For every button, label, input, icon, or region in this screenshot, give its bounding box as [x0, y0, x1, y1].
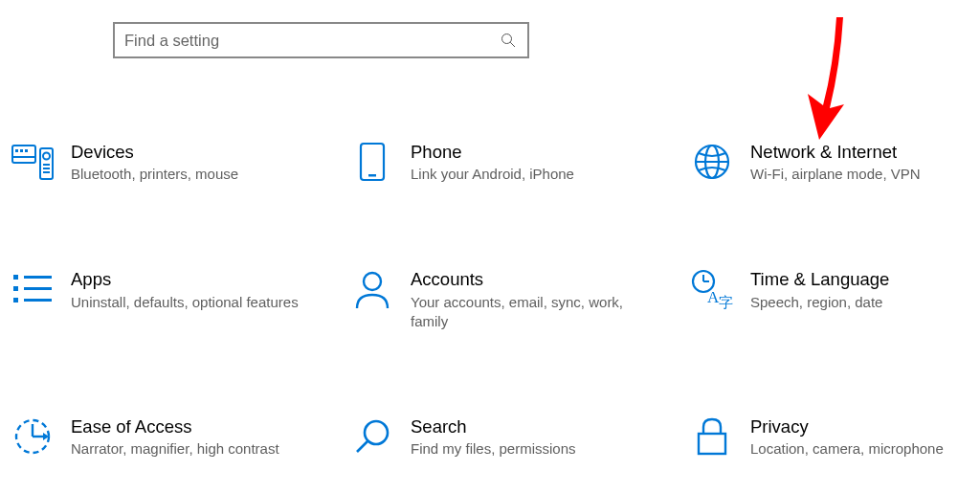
tile-desc: Your accounts, email, sync, work, family [411, 293, 640, 332]
svg-text:字: 字 [719, 295, 733, 309]
svg-rect-32 [699, 434, 725, 454]
tile-search[interactable]: Search Find my files, permissions [351, 415, 691, 459]
magnifier-icon [351, 415, 393, 458]
tile-title: Privacy [750, 416, 944, 437]
svg-rect-13 [368, 174, 376, 177]
tile-privacy[interactable]: Privacy Location, camera, microphone [691, 415, 978, 459]
svg-line-31 [357, 441, 368, 452]
tile-desc: Speech, region, date [750, 293, 889, 312]
search-icon [499, 31, 518, 50]
tile-title: Accounts [411, 269, 640, 290]
tile-desc: Link your Android, iPhone [411, 165, 574, 184]
tile-title: Phone [411, 142, 574, 163]
tile-desc: Narrator, magnifier, high contrast [71, 439, 279, 459]
tile-ease-of-access[interactable]: Ease of Access Narrator, magnifier, high… [11, 415, 351, 459]
devices-icon [11, 141, 54, 183]
phone-icon [351, 141, 393, 183]
svg-rect-4 [15, 149, 18, 152]
tile-desc: Wi-Fi, airplane mode, VPN [750, 165, 921, 184]
svg-line-1 [510, 42, 515, 47]
svg-rect-11 [43, 171, 50, 173]
svg-rect-19 [13, 298, 18, 303]
tile-title: Network & Internet [750, 142, 921, 163]
svg-point-30 [365, 421, 388, 444]
person-icon [351, 268, 393, 310]
search-input[interactable] [124, 32, 499, 50]
lock-icon [691, 415, 733, 458]
annotation-arrow-icon [791, 17, 858, 142]
ease-of-access-icon [11, 415, 54, 458]
tile-desc: Uninstall, defaults, optional features [71, 293, 299, 312]
svg-point-23 [364, 273, 381, 290]
tile-time-language[interactable]: A 字 Time & Language Speech, region, date [691, 268, 978, 331]
time-language-icon: A 字 [691, 268, 733, 310]
svg-point-8 [43, 153, 50, 160]
tile-title: Devices [71, 142, 238, 163]
tile-title: Apps [71, 269, 299, 290]
svg-rect-17 [13, 275, 18, 280]
svg-rect-2 [12, 146, 35, 163]
tile-phone[interactable]: Phone Link your Android, iPhone [351, 141, 691, 184]
settings-grid: Devices Bluetooth, printers, mouse Phone… [11, 141, 969, 459]
tile-title: Ease of Access [71, 416, 279, 437]
tile-desc: Find my files, permissions [411, 439, 576, 459]
tile-desc: Bluetooth, printers, mouse [71, 165, 238, 184]
svg-rect-9 [43, 164, 50, 166]
tile-title: Time & Language [750, 269, 889, 290]
svg-rect-10 [43, 168, 50, 169]
tile-network[interactable]: Network & Internet Wi-Fi, airplane mode,… [691, 141, 978, 184]
search-box[interactable] [113, 22, 529, 58]
tile-title: Search [411, 416, 576, 437]
globe-icon [691, 141, 733, 183]
svg-rect-5 [20, 149, 23, 152]
svg-rect-18 [13, 286, 18, 291]
apps-icon [11, 268, 54, 310]
tile-desc: Location, camera, microphone [750, 439, 944, 459]
tile-accounts[interactable]: Accounts Your accounts, email, sync, wor… [351, 268, 691, 331]
tile-apps[interactable]: Apps Uninstall, defaults, optional featu… [11, 268, 351, 331]
tile-devices[interactable]: Devices Bluetooth, printers, mouse [11, 141, 351, 184]
svg-point-0 [502, 34, 512, 44]
svg-rect-6 [25, 149, 28, 152]
